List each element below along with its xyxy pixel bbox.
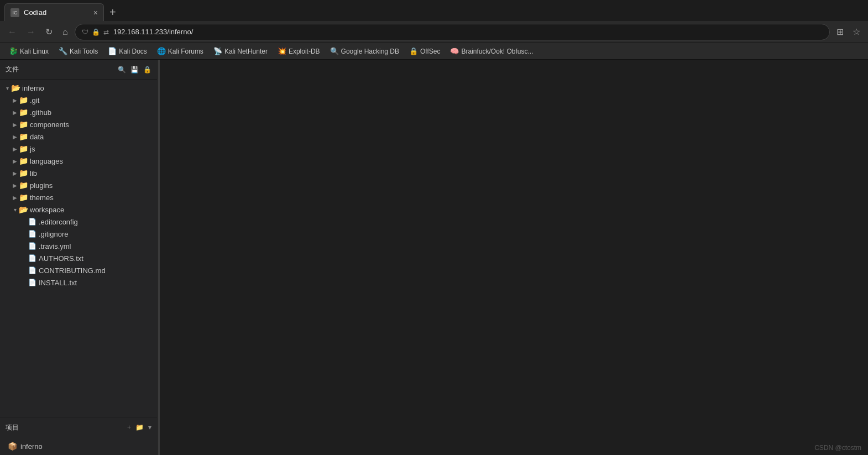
search-icon[interactable]: 🔍 (118, 66, 126, 74)
bookmark-label: Kali Linux (20, 48, 49, 55)
folder-label-languages: languages (30, 157, 63, 165)
chevron-right-icon: ▶ (11, 193, 19, 201)
refresh-button[interactable]: ↻ (42, 24, 56, 39)
bookmark-offsec[interactable]: 🔒 OffSec (405, 46, 445, 56)
bookmark-label: Brainfuck/Ook! Obfusc... (461, 48, 533, 55)
folder-icon: 📁 (19, 169, 28, 177)
lock-icon[interactable]: 🔒 (143, 66, 151, 74)
tree-item-install[interactable]: ▶ 📄 INSTALL.txt (0, 276, 157, 289)
project-item-inferno[interactable]: 📦 inferno (0, 440, 157, 453)
save-icon[interactable]: 💾 (130, 66, 139, 74)
google-hacking-icon: 🔍 (330, 47, 339, 55)
tree-item-lib[interactable]: ▶ 📁 lib (0, 167, 157, 179)
bookmark-kali-linux[interactable]: 🐉 Kali Linux (4, 46, 53, 56)
folder-open-icon: 📂 (19, 205, 28, 214)
bookmark-kali-docs[interactable]: 📄 Kali Docs (103, 46, 151, 56)
file-section-title: 文件 (6, 65, 118, 74)
tree-item-git[interactable]: ▶ 📁 .git (0, 94, 157, 106)
forward-button[interactable]: → (23, 25, 39, 39)
folder-icon: 📁 (19, 108, 28, 117)
tree-item-languages[interactable]: ▶ 📁 languages (0, 155, 157, 167)
folder-label-lib: lib (30, 169, 37, 177)
bookmark-kali-tools[interactable]: 🔧 Kali Tools (54, 46, 102, 56)
file-label-travis: .travis.yml (39, 242, 71, 250)
file-label-gitignore: .gitignore (39, 230, 68, 238)
bookmark-exploit-db[interactable]: 💥 Exploit-DB (273, 46, 325, 56)
bookmark-label: OffSec (420, 48, 440, 55)
tree-item-workspace[interactable]: ▾ 📂 workspace (0, 203, 157, 216)
file-tree: ▾ 📂 inferno ▶ 📁 .git ▶ 📁 .git (0, 80, 157, 417)
bookmark-google-hacking[interactable]: 🔍 Google Hacking DB (326, 46, 404, 56)
add-project-button[interactable]: + (127, 423, 131, 431)
bookmark-kali-nethunter[interactable]: 📡 Kali NetHunter (209, 46, 272, 56)
tree-item-gitignore[interactable]: ▶ 📄 .gitignore (0, 228, 157, 240)
bookmark-label: Kali Docs (119, 48, 147, 55)
kali-nethunter-icon: 📡 (213, 47, 222, 55)
chevron-right-icon: ▶ (11, 157, 19, 165)
file-label-editorconfig: .editorconfig (39, 218, 78, 226)
tree-item-github[interactable]: ▶ 📁 .github (0, 106, 157, 118)
tree-item-authors[interactable]: ▶ 📄 AUTHORS.txt (0, 252, 157, 264)
offsec-icon: 🔒 (409, 47, 418, 55)
url-text: 192.168.111.233/inferno/ (113, 28, 823, 36)
tree-item-data[interactable]: ▶ 📁 data (0, 130, 157, 143)
bookmark-button[interactable]: ☆ (849, 24, 864, 39)
dropdown-icon[interactable]: ▾ (148, 423, 151, 431)
editor-area (160, 60, 868, 455)
bookmark-brainfuck[interactable]: 🧠 Brainfuck/Ook! Obfusc... (446, 46, 537, 56)
project-icon: 📦 (8, 442, 17, 451)
new-tab-button[interactable]: + (106, 6, 119, 19)
kali-linux-icon: 🐉 (9, 47, 18, 55)
file-label-install: INSTALL.txt (39, 279, 77, 287)
tree-item-editorconfig[interactable]: ▶ 📄 .editorconfig (0, 216, 157, 228)
bookmark-label: Exploit-DB (289, 48, 320, 55)
tree-item-contributing[interactable]: ▶ 📄 CONTRIBUTING.md (0, 264, 157, 276)
file-icon: 📄 (28, 217, 36, 226)
bookmarks-bar: 🐉 Kali Linux 🔧 Kali Tools 📄 Kali Docs 🌐 … (0, 43, 868, 60)
shield-icon: 🛡 (82, 28, 88, 36)
folder-label-data: data (30, 133, 44, 141)
bookmark-label: Kali Tools (70, 48, 98, 55)
folder-open-icon: 📂 (11, 83, 20, 92)
tab-close-button[interactable]: × (93, 8, 98, 17)
active-tab[interactable]: IC Codiad × (4, 3, 104, 21)
tree-item-components[interactable]: ▶ 📁 components (0, 118, 157, 130)
back-button[interactable]: ← (4, 25, 20, 39)
tree-item-plugins[interactable]: ▶ 📁 plugins (0, 179, 157, 191)
tree-item-themes[interactable]: ▶ 📁 themes (0, 191, 157, 203)
tree-item-js[interactable]: ▶ 📁 js (0, 143, 157, 155)
tree-root-inferno[interactable]: ▾ 📂 inferno (0, 82, 157, 94)
chevron-right-icon: ▶ (11, 145, 19, 153)
chevron-right-icon: ▶ (11, 181, 19, 189)
folder-label-github: .github (30, 108, 51, 117)
projects-list: 📦 inferno (0, 437, 157, 455)
address-security-icons: 🛡 🔒 ⇄ (82, 28, 109, 36)
brainfuck-icon: 🧠 (450, 47, 459, 55)
chevron-right-icon: ▶ (11, 121, 19, 128)
root-folder-label: inferno (22, 84, 44, 92)
chevron-right-icon: ▶ (11, 96, 19, 104)
file-icon: 📄 (28, 278, 36, 287)
home-button[interactable]: ⌂ (59, 25, 71, 39)
proxy-icon: ⇄ (103, 28, 109, 36)
folder-icon: 📁 (19, 144, 28, 153)
folder-icon[interactable]: 📁 (135, 423, 144, 431)
navigation-bar: ← → ↻ ⌂ 🛡 🔒 ⇄ 192.168.111.233/inferno/ ⊞… (0, 21, 868, 43)
kali-forums-icon: 🌐 (157, 47, 166, 55)
tab-bar: IC Codiad × + (0, 0, 868, 21)
chevron-down-icon: ▾ (11, 206, 19, 213)
translate-button[interactable]: ⊞ (833, 24, 847, 39)
tree-item-travis[interactable]: ▶ 📄 .travis.yml (0, 240, 157, 252)
folder-icon: 📁 (19, 132, 28, 141)
nav-action-buttons: ⊞ ☆ (833, 24, 864, 39)
main-content: 文件 🔍 💾 🔒 ▾ 📂 inferno ▶ 📁 (0, 60, 868, 455)
projects-title: 项目 (6, 423, 127, 432)
address-bar[interactable]: 🛡 🔒 ⇄ 192.168.111.233/inferno/ (75, 24, 830, 40)
folder-label-plugins: plugins (30, 181, 53, 190)
folder-icon: 📁 (19, 181, 28, 190)
bookmark-label: Google Hacking DB (341, 48, 399, 55)
folder-label-components: components (30, 121, 69, 129)
file-section-header: 文件 🔍 💾 🔒 (0, 60, 157, 80)
file-icon: 📄 (28, 254, 36, 263)
bookmark-kali-forums[interactable]: 🌐 Kali Forums (153, 46, 208, 56)
